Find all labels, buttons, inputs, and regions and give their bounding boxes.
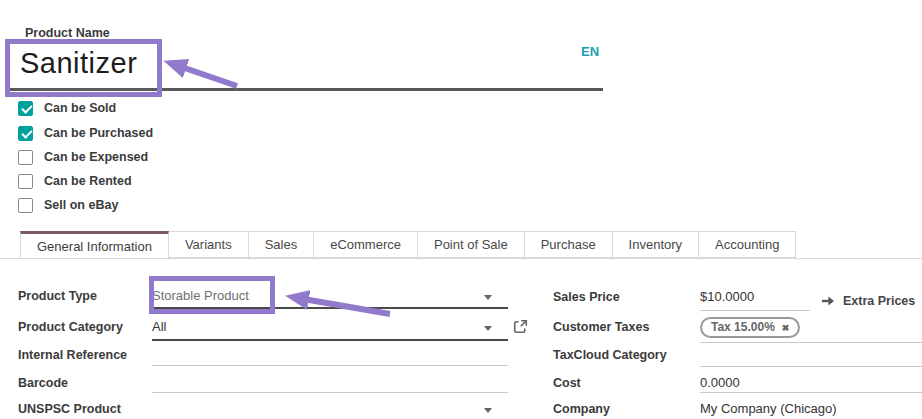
product-category-label: Product Category [18, 320, 123, 334]
taxcloud-category-input[interactable] [700, 347, 922, 367]
tax-tag[interactable]: Tax 15.00% [700, 317, 800, 338]
chevron-down-icon[interactable] [484, 408, 492, 413]
cost-input[interactable]: 0.0000 [700, 375, 922, 393]
checkbox-icon[interactable] [18, 101, 33, 116]
internal-reference-label: Internal Reference [18, 348, 127, 362]
checkbox-icon[interactable] [18, 174, 33, 189]
internal-reference-input[interactable] [152, 347, 508, 366]
unspsc-product-label: UNSPSC Product [18, 402, 121, 416]
checkbox-icon[interactable] [18, 198, 33, 213]
customer-taxes-underline[interactable] [700, 342, 922, 343]
taxcloud-category-label: TaxCloud Category [553, 348, 667, 362]
barcode-input[interactable] [152, 375, 508, 393]
company-select[interactable]: My Company (Chicago) [700, 401, 922, 418]
checkbox-icon[interactable] [18, 126, 33, 141]
extra-prices-link[interactable]: Extra Prices [821, 294, 915, 308]
annotation-highlight-product-name [5, 39, 162, 97]
barcode-label: Barcode [18, 376, 68, 390]
tab-purchase[interactable]: Purchase [525, 231, 613, 258]
product-name-label: Product Name [25, 26, 110, 40]
sales-price-value: 10.0000 [707, 289, 754, 304]
checkbox-can-be-rented[interactable]: Can be Rented [18, 173, 132, 189]
cost-value: 0.0000 [700, 375, 740, 390]
sales-price-input[interactable]: $10.0000 [700, 289, 810, 311]
company-value: My Company (Chicago) [700, 401, 837, 416]
remove-tag-icon[interactable] [782, 321, 790, 333]
chevron-down-icon[interactable] [484, 326, 492, 331]
chevron-down-icon[interactable] [484, 295, 492, 300]
checkbox-can-be-purchased[interactable]: Can be Purchased [18, 125, 153, 141]
product-type-label: Product Type [18, 289, 97, 303]
checkbox-can-be-sold[interactable]: Can be Sold [18, 100, 116, 116]
external-link-icon[interactable] [513, 319, 528, 338]
checkbox-sell-on-ebay[interactable]: Sell on eBay [18, 197, 118, 213]
annotation-highlight-product-type [149, 276, 275, 314]
customer-taxes-label: Customer Taxes [553, 320, 649, 334]
tab-general-information[interactable]: General Information [20, 231, 169, 259]
checkbox-label: Can be Expensed [44, 150, 148, 164]
sales-price-label: Sales Price [553, 290, 620, 304]
checkbox-label: Can be Sold [44, 101, 116, 115]
tax-tag-label: Tax 15.00% [711, 320, 775, 334]
check-icon [21, 127, 32, 138]
tab-inventory[interactable]: Inventory [613, 231, 699, 258]
annotation-arrow-product-name [170, 63, 237, 86]
tab-variants[interactable]: Variants [169, 231, 249, 258]
arrow-right-icon [821, 295, 835, 307]
checkbox-label: Can be Rented [44, 174, 132, 188]
checkbox-label: Sell on eBay [44, 198, 118, 212]
product-category-select[interactable]: All [152, 319, 508, 341]
company-label: Company [553, 402, 610, 416]
product-form: Product Name Sanitizer EN Can be Sold Ca… [0, 0, 922, 419]
translate-language-badge[interactable]: EN [581, 44, 599, 59]
check-icon [21, 102, 32, 113]
tab-accounting[interactable]: Accounting [699, 231, 796, 258]
tab-point-of-sale[interactable]: Point of Sale [418, 231, 525, 258]
tab-sales[interactable]: Sales [249, 231, 315, 258]
checkbox-label: Can be Purchased [44, 126, 153, 140]
checkbox-can-be-expensed[interactable]: Can be Expensed [18, 149, 148, 165]
notebook-tabbar: General Information Variants Sales eComm… [20, 231, 796, 259]
product-category-value: All [152, 319, 166, 334]
unspsc-product-select[interactable] [152, 401, 508, 418]
tab-ecommerce[interactable]: eCommerce [314, 231, 418, 258]
checkbox-icon[interactable] [18, 150, 33, 165]
extra-prices-label: Extra Prices [843, 294, 915, 308]
cost-label: Cost [553, 376, 581, 390]
